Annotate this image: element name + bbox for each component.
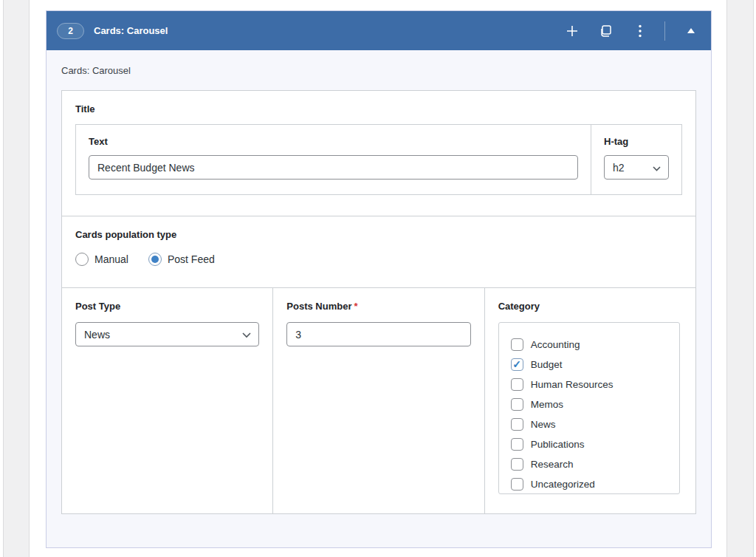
category-option-memos[interactable]: Memos — [511, 394, 672, 414]
title-text-input[interactable] — [89, 155, 578, 180]
radio-manual[interactable]: Manual — [75, 253, 128, 266]
required-marker: * — [354, 301, 357, 312]
category-option-budget[interactable]: Budget — [511, 355, 672, 375]
post-type-label: Post Type — [75, 301, 259, 312]
post-type-column: Post Type News — [62, 288, 272, 513]
category-checkbox-list: Accounting Budget Human Resources M — [498, 322, 680, 494]
feed-settings-row: Post Type News Posts Number* Cat — [62, 288, 695, 513]
block-header-title: Cards: Carousel — [94, 25, 168, 36]
population-radio-group: Manual Post Feed — [75, 253, 682, 266]
htag-field-label: H-tag — [604, 136, 669, 147]
collapse-up-icon — [687, 27, 695, 34]
posts-number-input[interactable] — [286, 322, 470, 346]
fields-container: Title Text H-tag h2 — [61, 90, 696, 514]
htag-selected-value: h2 — [613, 162, 625, 174]
category-option-news[interactable]: News — [511, 414, 672, 434]
category-option-research[interactable]: Research — [511, 454, 672, 474]
radio-post-feed-label: Post Feed — [168, 253, 215, 265]
block-options-button[interactable] — [632, 23, 648, 39]
category-option-label: News — [531, 419, 556, 430]
category-option-label: Human Resources — [531, 379, 614, 390]
posts-number-label-text: Posts Number — [286, 301, 351, 312]
category-option-label: Uncategorized — [531, 479, 595, 490]
chevron-down-icon — [653, 162, 661, 174]
title-group: Title Text H-tag h2 — [62, 91, 695, 216]
checkbox-research[interactable] — [511, 458, 523, 471]
checkbox-news[interactable] — [511, 418, 523, 431]
population-type-field: Cards population type Manual Post Feed — [62, 216, 695, 288]
checkbox-publications[interactable] — [511, 438, 523, 451]
left-gutter — [3, 0, 30, 557]
checkbox-memos[interactable] — [511, 398, 523, 411]
chevron-down-icon — [242, 329, 251, 341]
title-group-label: Title — [75, 103, 682, 115]
plus-icon — [566, 24, 579, 38]
radio-post-feed-control[interactable] — [148, 253, 162, 266]
duplicate-block-button[interactable] — [598, 23, 614, 39]
category-option-label: Research — [531, 459, 574, 470]
checkbox-accounting[interactable] — [511, 338, 523, 351]
kebab-menu-icon — [638, 24, 642, 38]
block-order-badge: 2 — [57, 23, 84, 39]
title-subtable: Text H-tag h2 — [75, 124, 682, 195]
category-option-label: Accounting — [531, 339, 580, 350]
category-option-publications[interactable]: Publications — [511, 434, 672, 454]
htag-select[interactable]: h2 — [604, 155, 669, 180]
category-option-human-resources[interactable]: Human Resources — [511, 375, 672, 394]
radio-post-feed[interactable]: Post Feed — [148, 253, 215, 266]
cards-carousel-block-panel: 2 Cards: Carousel — [46, 10, 712, 548]
block-label: Cards: Carousel — [61, 65, 696, 76]
radio-manual-control[interactable] — [75, 253, 89, 266]
collapse-block-button[interactable] — [683, 23, 699, 39]
title-text-cell: Text — [76, 125, 591, 194]
population-type-label: Cards population type — [75, 229, 682, 240]
checkbox-budget[interactable] — [511, 358, 523, 371]
radio-manual-label: Manual — [94, 253, 128, 265]
category-option-uncategorized[interactable]: Uncategorized — [511, 474, 672, 494]
post-type-selected-value: News — [84, 329, 110, 341]
category-column: Category Accounting Budget Human Reso — [484, 288, 695, 513]
post-type-select[interactable]: News — [75, 322, 259, 346]
header-divider — [664, 21, 665, 41]
category-option-accounting[interactable]: Accounting — [511, 335, 672, 355]
checkbox-human-resources[interactable] — [511, 378, 523, 391]
category-label: Category — [498, 301, 682, 312]
add-block-button[interactable] — [564, 23, 580, 39]
posts-number-column: Posts Number* — [272, 288, 484, 513]
category-option-label: Publications — [531, 439, 585, 450]
right-gutter — [726, 0, 754, 557]
checkbox-uncategorized[interactable] — [511, 478, 523, 491]
category-option-label: Memos — [531, 399, 563, 410]
block-header[interactable]: 2 Cards: Carousel — [47, 11, 711, 50]
category-option-label: Budget — [531, 359, 563, 370]
posts-number-label: Posts Number* — [286, 301, 470, 312]
duplicate-icon — [599, 24, 614, 38]
text-field-label: Text — [89, 136, 578, 147]
block-body: Cards: Carousel Title Text H-tag h2 — [47, 50, 711, 514]
htag-cell: H-tag h2 — [591, 125, 681, 194]
